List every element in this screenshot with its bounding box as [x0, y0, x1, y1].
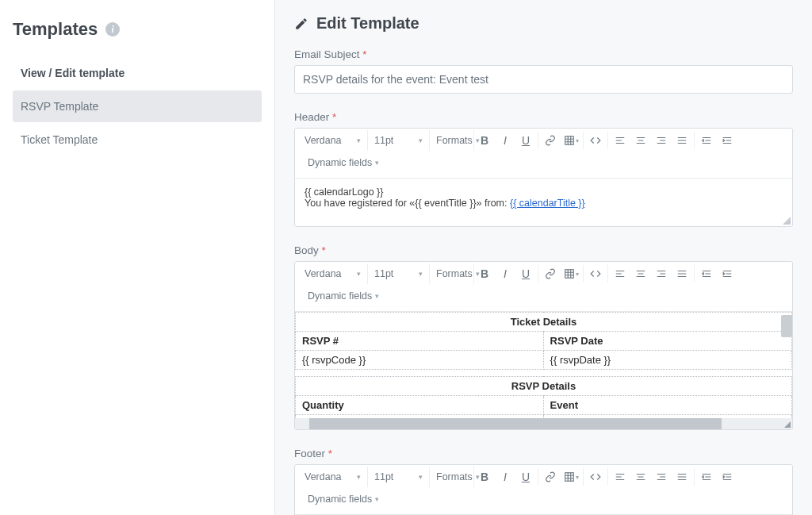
font-size-dropdown[interactable]: 11pt▾ — [368, 263, 430, 284]
toolbar-separator — [583, 265, 584, 282]
body-editor: Verdana▾ 11pt▾ Formats▾ B I U ▾ Dynamic … — [294, 261, 793, 430]
align-right-button[interactable] — [651, 263, 672, 284]
outdent-button[interactable] — [696, 130, 717, 151]
dynamic-fields-dropdown[interactable]: Dynamic fields▾ — [301, 152, 385, 173]
subject-input[interactable] — [294, 65, 793, 94]
outdent-button[interactable] — [696, 467, 717, 487]
font-size-dropdown[interactable]: 11pt▾ — [368, 467, 430, 487]
bold-button[interactable]: B — [474, 263, 495, 284]
outdent-button[interactable] — [696, 263, 717, 284]
body-label: Body * — [294, 244, 793, 256]
pencil-icon — [294, 17, 308, 31]
font-family-dropdown[interactable]: Verdana▾ — [298, 130, 368, 151]
formats-dropdown[interactable]: Formats▾ — [430, 467, 474, 487]
align-right-button[interactable] — [651, 467, 672, 487]
scrollbar-vertical[interactable] — [781, 315, 792, 337]
dynamic-fields-dropdown[interactable]: Dynamic fields▾ — [301, 489, 385, 509]
header-line2: You have registered for «{{ eventTitle }… — [304, 198, 783, 209]
info-icon[interactable]: i — [105, 22, 120, 37]
header-content-area[interactable]: {{ calendarLogo }} You have registered f… — [295, 179, 792, 226]
align-center-button[interactable] — [630, 130, 651, 151]
main-panel: Edit Template Email Subject * Header * V… — [275, 0, 812, 515]
header-editor: Verdana▾ 11pt▾ Formats▾ B I U ▾ Dynamic … — [294, 128, 793, 227]
toolbar-separator — [607, 132, 608, 149]
bold-button[interactable]: B — [474, 130, 495, 151]
col-head: RSVP # — [296, 332, 544, 351]
align-center-button[interactable] — [630, 467, 651, 487]
chevron-down-icon: ▾ — [375, 292, 379, 300]
font-family-dropdown[interactable]: Verdana▾ — [298, 467, 368, 487]
svg-rect-0 — [565, 136, 573, 145]
sidebar-item-ticket[interactable]: Ticket Template — [13, 124, 262, 156]
scrollbar-horizontal[interactable] — [309, 418, 722, 429]
align-left-button[interactable] — [610, 263, 630, 284]
table-button[interactable]: ▾ — [561, 263, 581, 284]
editor-toolbar: Verdana▾ 11pt▾ Formats▾ B I U ▾ Dynamic … — [295, 262, 792, 312]
align-left-button[interactable] — [610, 467, 630, 487]
italic-button[interactable]: I — [495, 263, 515, 284]
section-head: RSVP Details — [296, 377, 792, 396]
formats-dropdown[interactable]: Formats▾ — [430, 130, 474, 151]
body-table: Ticket Details RSVP # RSVP Date {{ rsvpC… — [295, 312, 792, 429]
link-button[interactable] — [540, 130, 561, 151]
sidebar-item-rsvp[interactable]: RSVP Template — [13, 90, 262, 122]
toolbar-separator — [694, 132, 695, 149]
italic-button[interactable]: I — [495, 467, 515, 487]
section-head: Ticket Details — [296, 313, 792, 332]
link-button[interactable] — [540, 263, 561, 284]
col-head: Event — [543, 396, 791, 415]
indent-button[interactable] — [717, 467, 737, 487]
editor-toolbar: Verdana▾ 11pt▾ Formats▾ B I U ▾ Dynamic … — [295, 465, 792, 515]
chevron-down-icon: ▾ — [419, 473, 423, 481]
required-mark: * — [362, 48, 366, 60]
svg-rect-1 — [565, 270, 573, 279]
sidebar-title-text: Templates — [13, 19, 98, 40]
col-head: RSVP Date — [543, 332, 791, 351]
chevron-down-icon: ▾ — [357, 270, 361, 278]
align-justify-button[interactable] — [672, 130, 692, 151]
body-content-area[interactable]: Ticket Details RSVP # RSVP Date {{ rsvpC… — [295, 312, 792, 429]
italic-button[interactable]: I — [495, 130, 515, 151]
editor-toolbar: Verdana▾ 11pt▾ Formats▾ B I U ▾ Dynamic … — [295, 129, 792, 179]
align-center-button[interactable] — [630, 263, 651, 284]
bold-button[interactable]: B — [474, 467, 495, 487]
sidebar-item-label: View / Edit template — [21, 67, 124, 79]
resize-handle[interactable] — [781, 418, 792, 429]
align-justify-button[interactable] — [672, 467, 692, 487]
required-mark: * — [322, 244, 326, 256]
toolbar-separator — [583, 132, 584, 149]
table-button[interactable]: ▾ — [561, 467, 581, 487]
link-button[interactable] — [540, 467, 561, 487]
font-family-dropdown[interactable]: Verdana▾ — [298, 263, 368, 284]
toolbar-separator — [538, 265, 538, 282]
page-title-text: Edit Template — [316, 14, 419, 33]
sidebar-title: Templates i — [13, 19, 262, 40]
table-button[interactable]: ▾ — [561, 130, 581, 151]
align-justify-button[interactable] — [672, 263, 692, 284]
dynamic-fields-dropdown[interactable]: Dynamic fields▾ — [301, 286, 385, 306]
align-right-button[interactable] — [651, 130, 672, 151]
toolbar-separator — [538, 132, 538, 149]
underline-button[interactable]: U — [515, 467, 536, 487]
calendar-title-link[interactable]: {{ calendarTitle }} — [510, 198, 585, 209]
code-button[interactable] — [585, 130, 606, 151]
align-left-button[interactable] — [610, 130, 630, 151]
indent-button[interactable] — [717, 130, 737, 151]
underline-button[interactable]: U — [515, 263, 536, 284]
underline-button[interactable]: U — [515, 130, 536, 151]
formats-dropdown[interactable]: Formats▾ — [430, 263, 474, 284]
cell-value: {{ rsvpDate }} — [543, 351, 791, 370]
footer-editor: Verdana▾ 11pt▾ Formats▾ B I U ▾ Dynamic … — [294, 464, 793, 515]
chevron-down-icon: ▾ — [357, 473, 361, 481]
code-button[interactable] — [585, 263, 606, 284]
chevron-down-icon: ▾ — [419, 136, 423, 144]
chevron-down-icon: ▾ — [375, 159, 379, 167]
font-size-dropdown[interactable]: 11pt▾ — [368, 130, 430, 151]
toolbar-separator — [607, 468, 608, 486]
resize-handle[interactable] — [783, 217, 791, 225]
code-button[interactable] — [585, 467, 606, 487]
sidebar-item-view-edit[interactable]: View / Edit template — [13, 57, 262, 89]
footer-label: Footer * — [294, 448, 793, 459]
indent-button[interactable] — [717, 263, 737, 284]
sidebar-item-label: Ticket Template — [21, 133, 98, 146]
